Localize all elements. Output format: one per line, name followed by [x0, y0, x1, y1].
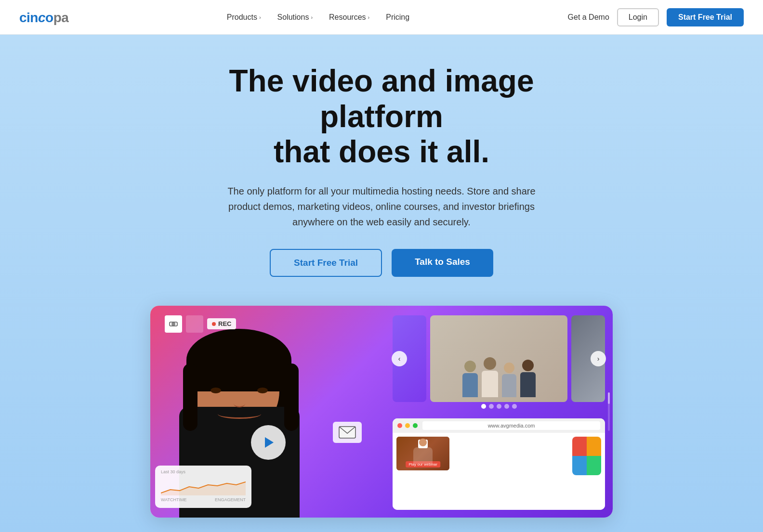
pricing-label: Pricing [386, 13, 409, 22]
gallery-dot-5[interactable] [512, 404, 517, 409]
browser-dot-yellow [405, 423, 410, 428]
hero-title-line1: The video and image platform [229, 64, 534, 134]
products-label: Products [227, 13, 257, 22]
mockup-inner: REC [150, 306, 613, 518]
webcam-icon [165, 315, 182, 333]
nav-item-pricing[interactable]: Pricing [380, 9, 415, 26]
hair-top [186, 329, 291, 391]
hero-subtitle: The only platform for all your multimedi… [218, 183, 545, 230]
navbar: cincopa Products › Solutions › Resources… [0, 0, 763, 35]
person-1 [462, 361, 478, 397]
start-trial-button-hero[interactable]: Start Free Trial [270, 249, 382, 277]
browser-content: S Play our webinar [393, 433, 605, 510]
analytics-card: Last 30 days WATCHTIME ENGAGEMENT [155, 466, 251, 508]
gallery-image-main [430, 315, 567, 402]
smile [218, 409, 261, 419]
solutions-label: Solutions [277, 13, 309, 22]
rec-dot-icon [212, 322, 216, 326]
nav-item-resources[interactable]: Resources › [323, 9, 375, 26]
logo-text: cincopa [19, 8, 68, 26]
solutions-link[interactable]: Solutions › [272, 9, 319, 26]
eye-left [210, 388, 221, 393]
screen-icon [186, 315, 203, 333]
login-button[interactable]: Login [617, 8, 659, 26]
mockup-right-panel: ‹ [391, 306, 613, 518]
analytics-watchtime: WATCHTIME [161, 497, 187, 502]
pricing-link[interactable]: Pricing [380, 9, 415, 26]
hero-mockup: REC [150, 306, 613, 518]
nose [234, 400, 245, 407]
hero-section: The video and image platform that does i… [0, 35, 763, 532]
resources-chevron-icon: › [368, 14, 370, 20]
logo[interactable]: cincopa [19, 8, 68, 26]
hero-title-line2: that does it all. [274, 134, 489, 169]
browser-dot-green [413, 423, 418, 428]
svg-marker-3 [265, 437, 274, 448]
video-person [413, 439, 433, 463]
resources-link[interactable]: Resources › [323, 9, 375, 26]
rec-label: REC [218, 320, 231, 327]
nav-item-products[interactable]: Products › [221, 9, 267, 26]
browser-bar: www.avgmedia.com [393, 418, 605, 433]
email-icon-box [333, 422, 362, 443]
analytics-period: Last 30 days [161, 469, 185, 474]
person-4 [520, 360, 536, 397]
color-palette [572, 437, 601, 475]
gallery-dots [393, 404, 605, 409]
analytics-chart [161, 476, 246, 495]
gallery-prev-button[interactable]: ‹ [392, 351, 407, 366]
get-demo-button[interactable]: Get a Demo [568, 13, 609, 22]
gallery-dot-3[interactable] [497, 404, 501, 409]
email-icon [333, 422, 362, 443]
person-3 [502, 363, 516, 397]
color-palette-area [453, 437, 601, 475]
nav-links: Products › Solutions › Resources › Prici… [221, 9, 415, 26]
browser-url: www.avgmedia.com [422, 421, 600, 430]
person-2 [482, 357, 498, 397]
gallery-wrapper: ‹ [393, 315, 605, 402]
mockup-left-panel: REC [150, 306, 391, 518]
products-chevron-icon: › [259, 14, 261, 20]
gallery-dot-4[interactable] [504, 404, 509, 409]
rec-badge: REC [207, 318, 236, 329]
nav-item-solutions[interactable]: Solutions › [272, 9, 319, 26]
gallery-dot-1[interactable] [481, 404, 486, 409]
image-gallery: ‹ [393, 315, 605, 409]
color-swatch-3 [572, 456, 587, 475]
browser-video-thumbnail: S Play our webinar [396, 437, 449, 470]
color-swatch-4 [587, 456, 601, 475]
hair-right [284, 363, 299, 431]
gallery-dot-2[interactable] [489, 404, 494, 409]
scroll-thumb [608, 392, 610, 404]
group-people [462, 357, 536, 402]
scroll-indicator [608, 392, 610, 431]
analytics-x-labels: WATCHTIME ENGAGEMENT [161, 497, 246, 502]
browser-dot-red [397, 423, 402, 428]
hair-left [183, 363, 197, 431]
resources-label: Resources [329, 13, 366, 22]
play-button[interactable] [251, 425, 286, 460]
solutions-chevron-icon: › [311, 14, 313, 20]
analytics-engagement: ENGAGEMENT [215, 497, 246, 502]
recording-bar: REC [165, 315, 236, 333]
analytics-labels: Last 30 days [161, 469, 246, 474]
browser-card: www.avgmedia.com S Play our webinar [393, 418, 605, 510]
hero-title: The video and image platform that does i… [165, 64, 598, 170]
eye-right [257, 388, 268, 393]
nav-right: Get a Demo Login Start Free Trial [568, 8, 744, 26]
talk-to-sales-button[interactable]: Talk to Sales [392, 249, 493, 277]
gallery-next-button[interactable]: › [591, 351, 606, 366]
svg-point-0 [171, 322, 175, 326]
start-trial-button-nav[interactable]: Start Free Trial [667, 8, 744, 26]
products-link[interactable]: Products › [221, 9, 267, 26]
hero-cta-buttons: Start Free Trial Talk to Sales [270, 249, 493, 277]
color-swatch-1 [572, 437, 587, 456]
color-swatch-2 [587, 437, 601, 456]
